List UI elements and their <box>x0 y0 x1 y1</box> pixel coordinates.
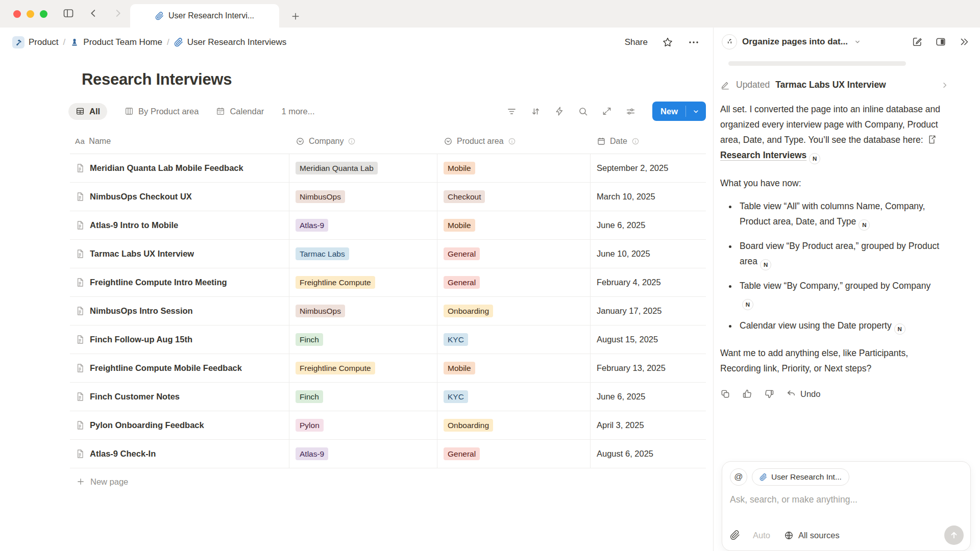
row-name-cell[interactable]: Pylon Onboarding Feedback <box>70 411 289 439</box>
row-company-cell[interactable]: Finch <box>289 383 437 411</box>
automation-lightning-icon[interactable] <box>554 106 565 116</box>
table-row[interactable]: Atlas-9 Check-InAtlas-9GeneralAugust 6, … <box>70 440 706 468</box>
notion-page-badge-icon[interactable]: N <box>742 299 753 310</box>
row-company-cell[interactable]: NimbusOps <box>289 183 437 211</box>
composer-input[interactable]: Ask, search, or make anything... <box>730 494 963 505</box>
row-name-cell[interactable]: Atlas-9 Intro to Mobile <box>70 211 289 239</box>
row-area-cell[interactable]: Mobile <box>437 154 591 182</box>
row-area-cell[interactable]: Checkout <box>437 183 591 211</box>
row-area-cell[interactable]: Mobile <box>437 354 591 382</box>
row-area-cell[interactable]: General <box>437 440 591 468</box>
table-row[interactable]: NimbusOps Intro SessionNimbusOpsOnboardi… <box>70 297 706 325</box>
row-company-cell[interactable]: NimbusOps <box>289 297 437 325</box>
breadcrumb-item-current-page[interactable]: User Research Interviews <box>174 37 287 47</box>
row-company-cell[interactable]: Pylon <box>289 411 437 439</box>
table-row[interactable]: Atlas-9 Intro to MobileAtlas-9MobileJune… <box>70 211 706 240</box>
notion-page-badge-icon[interactable]: N <box>809 153 820 164</box>
row-area-cell[interactable]: General <box>437 268 591 296</box>
mention-at-button[interactable]: @ <box>730 468 747 486</box>
notion-page-badge-icon[interactable]: N <box>760 259 771 270</box>
row-name-cell[interactable]: Tarmac Labs UX Interview <box>70 240 289 268</box>
new-page-button[interactable]: New page <box>70 468 706 495</box>
back-icon[interactable] <box>88 8 99 19</box>
more-options-icon[interactable] <box>688 36 700 48</box>
column-header-date[interactable]: Date <box>591 129 706 154</box>
chevron-down-icon[interactable] <box>854 38 861 45</box>
toggle-sidebar-icon[interactable] <box>62 7 75 19</box>
close-window-button[interactable] <box>13 10 21 18</box>
column-header-company[interactable]: Company <box>289 129 437 154</box>
row-date-cell[interactable]: August 6, 2025 <box>591 440 706 468</box>
row-area-cell[interactable]: KYC <box>437 383 591 411</box>
table-row[interactable]: Finch Follow-up Aug 15thFinchKYCAugust 1… <box>70 325 706 354</box>
table-row[interactable]: Pylon Onboarding FeedbackPylonOnboarding… <box>70 411 706 440</box>
row-company-cell[interactable]: Freightline Compute <box>289 354 437 382</box>
info-icon[interactable] <box>631 137 640 145</box>
row-date-cell[interactable]: April 3, 2025 <box>591 411 706 439</box>
table-row[interactable]: Freightline Compute Mobile FeedbackFreig… <box>70 354 706 383</box>
row-name-cell[interactable]: Freightline Compute Intro Meeting <box>70 268 289 296</box>
view-settings-sliders-icon[interactable] <box>625 106 636 117</box>
view-tab-all[interactable]: All <box>68 103 107 120</box>
view-tab-calendar[interactable]: Calendar <box>216 107 264 116</box>
thumbs-up-icon[interactable] <box>742 389 752 399</box>
row-date-cell[interactable]: June 6, 2025 <box>591 211 706 239</box>
row-name-cell[interactable]: Finch Follow-up Aug 15th <box>70 325 289 354</box>
notion-page-badge-icon[interactable]: N <box>894 323 905 335</box>
row-date-cell[interactable]: June 10, 2025 <box>591 240 706 268</box>
attach-paperclip-icon[interactable] <box>730 530 740 540</box>
expand-icon[interactable] <box>602 106 612 116</box>
table-row[interactable]: Tarmac Labs UX InterviewTarmac LabsGener… <box>70 240 706 268</box>
row-date-cell[interactable]: January 17, 2025 <box>591 297 706 325</box>
share-button[interactable]: Share <box>625 37 648 47</box>
notion-page-badge-icon[interactable]: N <box>859 219 870 231</box>
table-row[interactable]: Finch Customer NotesFinchKYCJune 6, 2025 <box>70 383 706 411</box>
info-icon[interactable] <box>508 137 516 145</box>
new-chat-compose-icon[interactable] <box>912 36 923 47</box>
favorite-star-icon[interactable] <box>662 37 673 48</box>
row-name-cell[interactable]: Finch Customer Notes <box>70 383 289 411</box>
column-header-product-area[interactable]: Product area <box>437 129 591 154</box>
view-tab-more[interactable]: 1 more... <box>281 107 314 116</box>
new-tab-icon[interactable] <box>290 11 301 21</box>
breadcrumb-item-product[interactable]: Product <box>12 36 59 48</box>
sort-icon[interactable] <box>530 106 541 117</box>
copy-icon[interactable] <box>720 389 730 399</box>
row-name-cell[interactable]: NimbusOps Intro Session <box>70 297 289 325</box>
row-date-cell[interactable]: February 4, 2025 <box>591 268 706 296</box>
auto-mode-label[interactable]: Auto <box>753 531 770 540</box>
minimize-window-button[interactable] <box>27 10 34 18</box>
info-icon[interactable] <box>348 137 356 145</box>
row-date-cell[interactable]: September 2, 2025 <box>591 154 706 182</box>
row-name-cell[interactable]: Atlas-9 Check-In <box>70 440 289 468</box>
collapse-sidebar-chevrons-icon[interactable] <box>959 36 970 47</box>
row-area-cell[interactable]: Onboarding <box>437 411 591 439</box>
row-name-cell[interactable]: Freightline Compute Mobile Feedback <box>70 354 289 382</box>
ai-thread-title[interactable]: Organize pages into dat... <box>742 37 848 47</box>
table-row[interactable]: Freightline Compute Intro MeetingFreight… <box>70 268 706 297</box>
undo-button[interactable]: Undo <box>786 389 820 399</box>
breadcrumb-item-team-home[interactable]: Product Team Home <box>70 37 162 47</box>
row-date-cell[interactable]: June 6, 2025 <box>591 383 706 411</box>
row-company-cell[interactable]: Meridian Quanta Lab <box>289 154 437 182</box>
all-sources-button[interactable]: All sources <box>784 531 840 540</box>
row-company-cell[interactable]: Tarmac Labs <box>289 240 437 268</box>
send-button[interactable] <box>944 525 964 545</box>
table-row[interactable]: NimbusOps Checkout UXNimbusOpsCheckoutMa… <box>70 183 706 211</box>
filter-icon[interactable] <box>506 106 517 117</box>
browser-tab[interactable]: User Research Intervi... <box>130 4 279 28</box>
column-header-name[interactable]: Aa Name <box>70 129 289 154</box>
row-date-cell[interactable]: August 15, 2025 <box>591 325 706 354</box>
table-row[interactable]: Meridian Quanta Lab Mobile FeedbackMerid… <box>70 154 706 183</box>
research-interviews-link[interactable]: Research Interviews <box>720 150 806 160</box>
row-company-cell[interactable]: Atlas-9 <box>289 211 437 239</box>
row-name-cell[interactable]: Meridian Quanta Lab Mobile Feedback <box>70 154 289 182</box>
row-date-cell[interactable]: February 13, 2025 <box>591 354 706 382</box>
row-area-cell[interactable]: KYC <box>437 325 591 354</box>
search-icon[interactable] <box>578 106 589 117</box>
row-area-cell[interactable]: Mobile <box>437 211 591 239</box>
context-page-chip[interactable]: User Research Int... <box>752 468 849 486</box>
ai-conversation[interactable]: Updated Tarmac Labs UX Interview All set… <box>714 56 980 458</box>
row-company-cell[interactable]: Freightline Compute <box>289 268 437 296</box>
row-company-cell[interactable]: Atlas-9 <box>289 440 437 468</box>
